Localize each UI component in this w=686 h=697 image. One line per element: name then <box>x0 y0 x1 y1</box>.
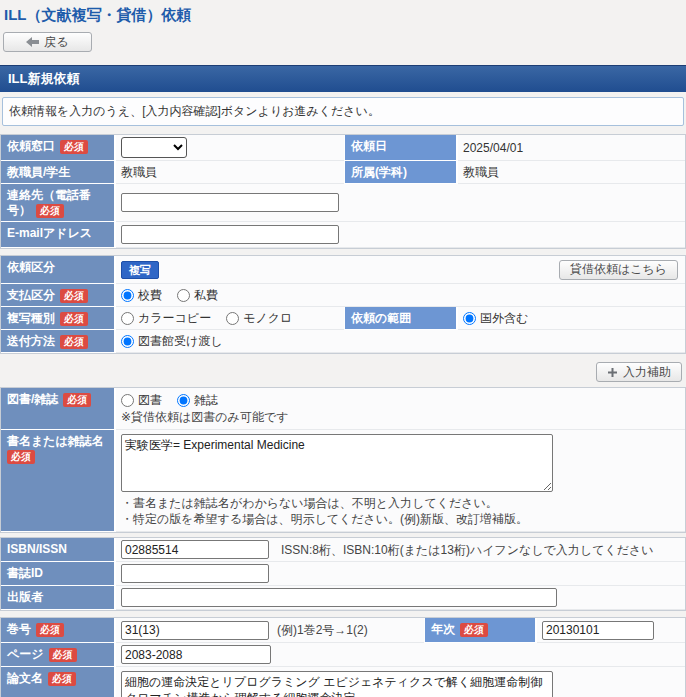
phone-input[interactable] <box>121 193 339 212</box>
volume-input[interactable] <box>121 621 269 640</box>
delivery-library-option[interactable]: 図書館受け渡し <box>121 333 223 350</box>
book-title-row: 書名または雑誌名必須 実験医学= Experimental Medicine ・… <box>1 430 685 532</box>
copy-mono-option[interactable]: モノクロ <box>226 310 292 327</box>
isbn-label: ISBN/ISSN <box>1 538 116 562</box>
request-date-label-text: 依頼日 <box>351 139 387 153</box>
book-title-note-2: ・特定の版を希望する場合は、明示してください。(例)新版、改訂増補版。 <box>121 511 528 527</box>
loan-request-button-label: 貸借依頼はこちら <box>570 261 667 278</box>
publisher-label-text: 出版者 <box>7 590 43 604</box>
kind-book-option[interactable]: 図書 <box>121 392 162 409</box>
article-title-cell: 細胞の運命決定とリプログラミング エピジェネティクスで解く細胞運命制御 クロマチ… <box>116 667 685 697</box>
request-date-value: 2025/04/01 <box>458 135 685 161</box>
required-badge: 必須 <box>60 140 88 154</box>
book-title-textarea[interactable]: 実験医学= Experimental Medicine <box>121 434 553 492</box>
payment-private-radio[interactable] <box>177 289 190 302</box>
copy-kind-row: 複写種別必須 カラーコピー モノクロ 依頼の範囲 国外含む <box>1 307 685 330</box>
payment-label-text: 支払区分 <box>7 288 55 302</box>
pages-cell <box>116 643 685 667</box>
request-type-row: 依頼区分 複写 貸借依頼はこちら <box>1 256 685 284</box>
volume-label: 巻号必須 <box>1 618 116 643</box>
delivery-row: 送付方法必須 図書館受け渡し <box>1 330 685 353</box>
required-badge: 必須 <box>60 335 88 349</box>
volume-cell: (例)1巻2号→1(2) <box>116 618 424 643</box>
kind-journal-option[interactable]: 雑誌 <box>177 392 218 409</box>
payment-public-option[interactable]: 校費 <box>121 287 162 304</box>
phone-label: 連絡先（電話番号）必須 <box>1 184 116 222</box>
delivery-cell: 図書館受け渡し <box>116 330 685 353</box>
email-label-text: E-mailアドレス <box>7 226 92 240</box>
request-window-label: 依頼窓口必須 <box>1 135 116 161</box>
publisher-input[interactable] <box>121 588 557 607</box>
pages-label: ページ必須 <box>1 643 116 667</box>
required-badge: 必須 <box>460 623 488 637</box>
payment-private-option[interactable]: 私費 <box>177 287 218 304</box>
back-button[interactable]: 戻る <box>3 32 92 52</box>
request-type-label: 依頼区分 <box>1 256 116 284</box>
request-type-label-text: 依頼区分 <box>7 260 55 274</box>
payment-public-label: 校費 <box>138 287 162 304</box>
kind-options: 図書 雑誌 <box>121 392 233 409</box>
book-title-label: 書名または雑誌名必須 <box>1 430 116 532</box>
copy-mono-radio[interactable] <box>226 312 239 325</box>
volume-row: 巻号必須 (例)1巻2号→1(2) 年次必須 <box>1 618 685 643</box>
required-badge: 必須 <box>60 312 88 326</box>
request-window-select[interactable] <box>121 137 187 158</box>
kind-book-label: 図書 <box>138 392 162 409</box>
article-title-textarea[interactable]: 細胞の運命決定とリプログラミング エピジェネティクスで解く細胞運命制御 クロマチ… <box>121 671 553 697</box>
publisher-label: 出版者 <box>1 586 116 610</box>
input-assist-button[interactable]: 入力補助 <box>596 362 682 382</box>
loan-request-button[interactable]: 貸借依頼はこちら <box>559 260 678 280</box>
scope-label: 依頼の範囲 <box>344 307 458 330</box>
bibid-input[interactable] <box>121 564 269 583</box>
delivery-library-radio[interactable] <box>121 335 134 348</box>
required-badge: 必須 <box>60 289 88 303</box>
scope-cell: 国外含む <box>458 307 685 330</box>
required-badge: 必須 <box>7 450 35 464</box>
kind-note: ※貸借依頼は図書のみ可能です <box>121 409 288 425</box>
copy-color-option[interactable]: カラーコピー <box>121 310 211 327</box>
delivery-label: 送付方法必須 <box>1 330 116 353</box>
back-arrow-icon <box>26 37 39 47</box>
required-badge: 必須 <box>36 623 64 637</box>
role-row: 教職員/学生 教職員 所属(学科) 教職員 <box>1 161 685 184</box>
required-badge: 必須 <box>63 393 91 407</box>
payment-label: 支払区分必須 <box>1 284 116 307</box>
pages-input[interactable] <box>121 645 271 664</box>
kind-book-radio[interactable] <box>121 394 134 407</box>
payment-private-label: 私費 <box>194 287 218 304</box>
page-title: ILL（文献複写・貸借）依頼 <box>0 0 686 28</box>
role-label-text: 教職員/学生 <box>7 165 70 179</box>
email-input[interactable] <box>121 225 339 244</box>
request-window-cell <box>116 135 344 161</box>
kind-label-text: 図書/雑誌 <box>7 392 58 406</box>
year-input[interactable] <box>542 621 654 640</box>
input-assist-row: 入力補助 <box>0 354 686 387</box>
request-type-cell: 複写 貸借依頼はこちら <box>116 256 685 284</box>
copy-color-radio[interactable] <box>121 312 134 325</box>
isbn-input[interactable] <box>121 540 269 559</box>
scope-overseas-label: 国外含む <box>480 310 528 327</box>
panel-title: ILL新規依頼 <box>0 65 686 92</box>
kind-cell: 図書 雑誌 ※貸借依頼は図書のみ可能です <box>116 388 685 430</box>
bibid-cell <box>116 562 685 586</box>
scope-overseas-option[interactable]: 国外含む <box>463 310 528 327</box>
publisher-row: 出版者 <box>1 586 685 610</box>
required-badge: 必須 <box>36 204 64 218</box>
payment-cell: 校費 私費 <box>116 284 685 307</box>
book-title-cell: 実験医学= Experimental Medicine ・書名または雑誌名がわか… <box>116 430 685 532</box>
bibid-row: 書誌ID <box>1 562 685 586</box>
payment-public-radio[interactable] <box>121 289 134 302</box>
request-window-row: 依頼窓口必須 依頼日 2025/04/01 <box>1 135 685 161</box>
scope-overseas-radio[interactable] <box>463 312 476 325</box>
kind-journal-radio[interactable] <box>177 394 190 407</box>
bibid-label: 書誌ID <box>1 562 116 586</box>
scope-label-text: 依頼の範囲 <box>351 311 411 325</box>
book-title-note-1: ・書名または雑誌名がわからない場合は、不明と入力してください。 <box>121 495 498 511</box>
isbn-label-text: ISBN/ISSN <box>7 542 67 556</box>
bib-title-table: 図書/雑誌必須 図書 雑誌 ※貸借依頼は図書のみ可能です 書名または雑誌名必須 … <box>0 387 686 533</box>
article-title-row: 論文名必須 細胞の運命決定とリプログラミング エピジェネティクスで解く細胞運命制… <box>1 667 685 697</box>
email-cell <box>116 222 685 248</box>
isbn-row: ISBN/ISSN ISSN:8桁、ISBN:10桁(または13桁)ハイフンなし… <box>1 538 685 562</box>
volume-label-text: 巻号 <box>7 622 31 636</box>
copy-mono-label: モノクロ <box>243 310 292 327</box>
